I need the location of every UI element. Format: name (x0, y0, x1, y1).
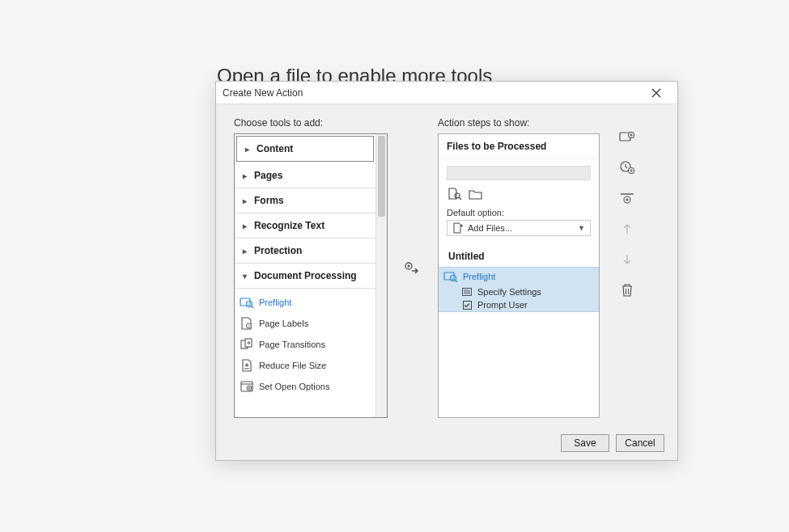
category-label: Content (257, 143, 293, 154)
tool-page-labels[interactable]: i Page Labels (235, 313, 375, 334)
chevron-right-icon: ▸ (243, 171, 249, 180)
category-recognize-text[interactable]: ▸ Recognize Text (235, 213, 375, 239)
category-protection[interactable]: ▸ Protection (235, 239, 375, 264)
file-search-icon (448, 188, 462, 201)
scrollbar[interactable] (375, 134, 387, 417)
category-pages[interactable]: ▸ Pages (235, 163, 375, 188)
category-label: Document Processing (254, 270, 357, 281)
move-down-button[interactable] (618, 251, 636, 268)
transfer-column (399, 117, 426, 421)
svg-rect-0 (240, 298, 250, 306)
specify-label: Specify Settings (477, 287, 541, 297)
save-button[interactable]: Save (561, 434, 609, 452)
tool-label: Page Transitions (259, 340, 325, 349)
left-column: Choose tools to add: ▸ Content ▸ Pages ▸… (234, 117, 388, 421)
trash-icon (621, 283, 634, 298)
svg-point-11 (408, 265, 410, 268)
category-label: Pages (254, 170, 282, 181)
folder-icon (469, 188, 483, 200)
add-prompt-button[interactable] (618, 159, 636, 175)
category-content[interactable]: ▸ Content (236, 136, 374, 162)
page-transitions-icon (240, 338, 254, 351)
tool-label: Page Labels (259, 319, 308, 328)
right-column: Action steps to show: Files to be Proces… (438, 117, 600, 421)
dialog-titlebar: Create New Action (216, 82, 677, 104)
move-up-button[interactable] (618, 221, 636, 237)
tool-label: Reduce File Size (259, 361, 326, 370)
step-specify-settings[interactable]: Specify Settings (439, 285, 599, 298)
scrollbar-thumb[interactable] (378, 136, 385, 217)
side-toolbar (611, 117, 643, 421)
add-folder-button[interactable] (468, 187, 484, 201)
add-to-steps-button[interactable] (403, 260, 422, 279)
prompt-label: Prompt User (477, 300, 528, 310)
tool-reduce-file-size[interactable]: Reduce File Size (235, 355, 375, 376)
page-labels-icon: i (240, 317, 254, 330)
tool-preflight[interactable]: Preflight (235, 292, 375, 313)
files-body: Default option: Add Files... ▼ (439, 159, 599, 243)
add-instruction-button[interactable] (618, 129, 636, 145)
step-header: Preflight (439, 268, 599, 285)
cancel-button[interactable]: Cancel (616, 434, 664, 452)
create-action-dialog: Create New Action Choose tools to add: ▸… (215, 81, 678, 461)
svg-line-13 (459, 197, 461, 200)
dialog-footer: Save Cancel (216, 428, 677, 458)
default-option-dropdown[interactable]: Add Files... ▼ (447, 220, 591, 236)
settings-list-icon (461, 287, 473, 297)
step-preflight[interactable]: Preflight Specify Settings Prompt User (439, 267, 599, 312)
arrow-up-icon (621, 222, 633, 235)
preflight-icon (443, 271, 458, 282)
add-files-icon (452, 222, 464, 234)
panel-plus-icon (619, 130, 635, 143)
transfer-arrow-icon (404, 261, 422, 277)
preflight-icon (240, 296, 254, 309)
choose-tools-label: Choose tools to add: (234, 117, 388, 129)
chevron-right-icon: ▸ (245, 145, 252, 154)
category-label: Recognize Text (254, 220, 325, 231)
svg-line-2 (252, 306, 254, 309)
reduce-file-size-icon (240, 359, 254, 372)
step-name: Preflight (463, 272, 495, 281)
chevron-right-icon: ▸ (243, 222, 249, 230)
tool-label: Preflight (259, 298, 291, 307)
tools-list: ▸ Content ▸ Pages ▸ Forms ▸ Recognize Te… (234, 133, 388, 418)
dialog-content: Choose tools to add: ▸ Content ▸ Pages ▸… (216, 104, 677, 428)
svg-rect-14 (444, 272, 454, 280)
set-open-options-icon (240, 380, 254, 393)
clock-plus-icon (619, 160, 635, 175)
tool-page-transitions[interactable]: Page Transitions (235, 334, 375, 355)
step-group-title: Untitled (439, 243, 599, 267)
step-prompt-user[interactable]: Prompt User (439, 298, 599, 311)
checkbox-checked-icon (461, 300, 473, 310)
arrow-down-icon (621, 253, 633, 266)
caret-down-icon: ▼ (578, 224, 585, 232)
action-steps-label: Action steps to show: (438, 117, 600, 129)
chevron-down-icon: ▾ (243, 272, 249, 281)
chevron-right-icon: ▸ (243, 247, 249, 255)
tools-list-inner: ▸ Content ▸ Pages ▸ Forms ▸ Recognize Te… (235, 136, 375, 400)
category-document-processing[interactable]: ▾ Document Processing (235, 264, 375, 289)
dialog-title: Create New Action (223, 87, 651, 99)
close-icon (651, 88, 661, 98)
files-icon-row (447, 187, 591, 201)
dropdown-text: Add Files... (468, 223, 512, 233)
find-file-button[interactable] (447, 187, 463, 201)
add-divider-button[interactable] (618, 190, 636, 206)
svg-text:i: i (248, 323, 249, 328)
svg-line-16 (456, 281, 458, 283)
tool-label: Set Open Options (259, 382, 329, 391)
default-option-label: Default option: (447, 208, 591, 217)
delete-step-button[interactable] (618, 282, 636, 298)
close-button[interactable] (651, 88, 671, 98)
files-header: Files to be Processed (439, 134, 599, 159)
tool-set-open-options[interactable]: Set Open Options (235, 376, 375, 397)
divider-add-icon (620, 192, 634, 204)
category-forms[interactable]: ▸ Forms (235, 188, 375, 213)
files-placeholder-bar (447, 166, 591, 180)
category-label: Forms (254, 195, 284, 206)
category-label: Protection (254, 245, 302, 256)
action-steps-panel: Files to be Processed Default option: (438, 133, 600, 418)
document-processing-items: Preflight i Page Labels Pag (235, 289, 375, 400)
chevron-right-icon: ▸ (243, 196, 249, 205)
